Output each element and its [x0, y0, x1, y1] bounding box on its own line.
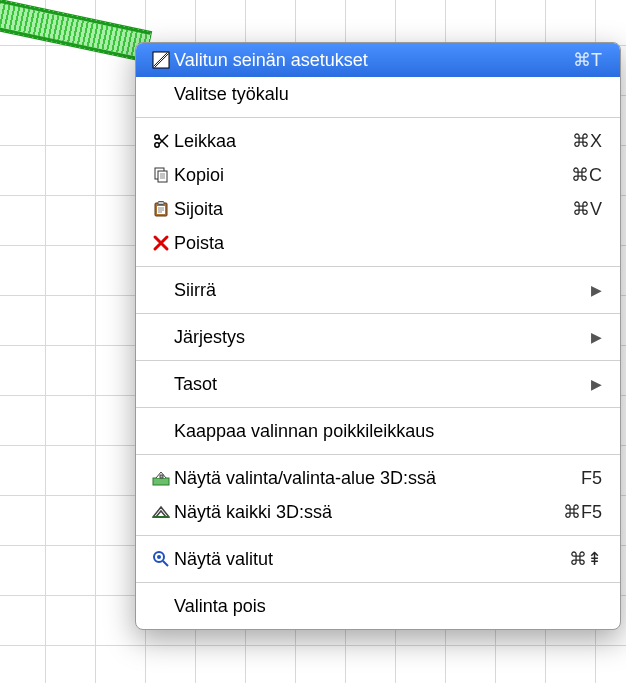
- menu-item-arrange[interactable]: Järjestys ▶: [136, 320, 620, 354]
- menu-separator: [136, 454, 620, 455]
- menu-item-show-selected[interactable]: Näytä valitut ⌘⇞: [136, 542, 620, 576]
- menu-separator: [136, 313, 620, 314]
- menu-item-label: Näytä valinta/valinta-alue 3D:ssä: [174, 468, 581, 489]
- menu-item-select-tool[interactable]: Valitse työkalu: [136, 77, 620, 111]
- menu-separator: [136, 582, 620, 583]
- menu-item-shortcut: ⌘⇞: [569, 548, 602, 570]
- menu-separator: [136, 266, 620, 267]
- view-3d-selection-icon: [148, 469, 174, 487]
- chevron-right-icon: ▶: [591, 329, 602, 345]
- menu-item-label: Valitse työkalu: [174, 84, 602, 105]
- menu-item-label: Tasot: [174, 374, 591, 395]
- menu-item-shortcut: ⌘C: [571, 164, 602, 186]
- svg-rect-6: [158, 202, 164, 205]
- menu-item-shortcut: ⌘F5: [563, 501, 602, 523]
- view-3d-all-icon: [148, 503, 174, 521]
- menu-item-label: Leikkaa: [174, 131, 572, 152]
- menu-item-label: Järjestys: [174, 327, 591, 348]
- menu-item-delete[interactable]: Poista: [136, 226, 620, 260]
- menu-item-move[interactable]: Siirrä ▶: [136, 273, 620, 307]
- menu-item-shortcut: ⌘X: [572, 130, 602, 152]
- menu-item-label: Sijoita: [174, 199, 572, 220]
- svg-rect-8: [153, 478, 169, 485]
- menu-item-shortcut: ⌘V: [572, 198, 602, 220]
- menu-item-label: Kopioi: [174, 165, 571, 186]
- menu-item-label: Valitun seinän asetukset: [174, 50, 573, 71]
- chevron-right-icon: ▶: [591, 282, 602, 298]
- menu-separator: [136, 407, 620, 408]
- copy-icon: [148, 166, 174, 184]
- wall-settings-icon: [148, 51, 174, 69]
- menu-item-copy[interactable]: Kopioi ⌘C: [136, 158, 620, 192]
- menu-item-label: Näytä kaikki 3D:ssä: [174, 502, 563, 523]
- menu-item-shortcut: F5: [581, 468, 602, 489]
- menu-separator: [136, 117, 620, 118]
- menu-item-capture-section[interactable]: Kaappaa valinnan poikkileikkaus: [136, 414, 620, 448]
- svg-line-12: [163, 561, 168, 566]
- menu-item-label: Näytä valitut: [174, 549, 569, 570]
- menu-separator: [136, 360, 620, 361]
- menu-item-cut[interactable]: Leikkaa ⌘X: [136, 124, 620, 158]
- menu-item-label: Valinta pois: [174, 596, 602, 617]
- menu-item-label: Poista: [174, 233, 602, 254]
- scissors-icon: [148, 132, 174, 150]
- menu-item-label: Kaappaa valinnan poikkileikkaus: [174, 421, 602, 442]
- menu-item-paste[interactable]: Sijoita ⌘V: [136, 192, 620, 226]
- menu-item-shortcut: ⌘T: [573, 49, 602, 71]
- menu-item-show-selection-3d[interactable]: Näytä valinta/valinta-alue 3D:ssä F5: [136, 461, 620, 495]
- zoom-selection-icon: [148, 550, 174, 568]
- svg-point-13: [157, 555, 161, 559]
- menu-item-layers[interactable]: Tasot ▶: [136, 367, 620, 401]
- menu-item-label: Siirrä: [174, 280, 591, 301]
- menu-separator: [136, 535, 620, 536]
- menu-item-deselect[interactable]: Valinta pois: [136, 589, 620, 623]
- menu-item-settings[interactable]: Valitun seinän asetukset ⌘T: [136, 43, 620, 77]
- menu-item-show-all-3d[interactable]: Näytä kaikki 3D:ssä ⌘F5: [136, 495, 620, 529]
- delete-x-icon: [148, 234, 174, 252]
- context-menu: Valitun seinän asetukset ⌘T Valitse työk…: [135, 42, 621, 630]
- clipboard-icon: [148, 200, 174, 218]
- chevron-right-icon: ▶: [591, 376, 602, 392]
- svg-rect-9: [160, 475, 163, 478]
